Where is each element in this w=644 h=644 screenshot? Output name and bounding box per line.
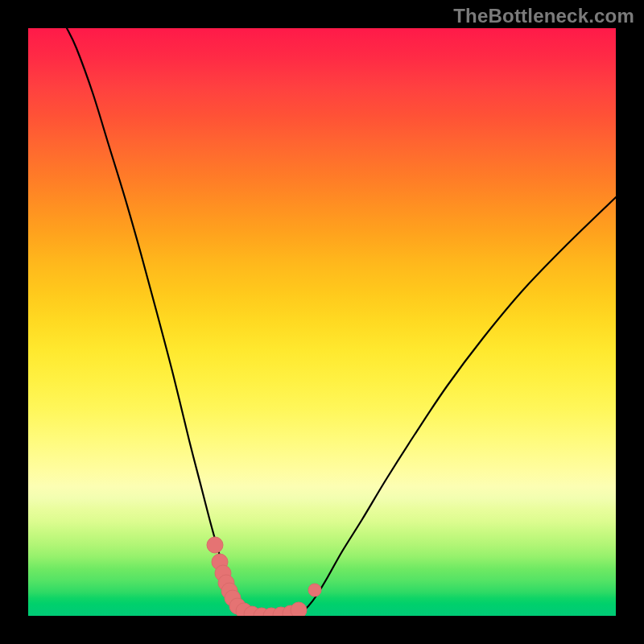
- valley-marker: [207, 537, 223, 553]
- bottleneck-curve: [67, 28, 616, 616]
- marker-group: [207, 537, 321, 616]
- curve-path: [67, 28, 616, 616]
- valley-marker: [308, 584, 321, 597]
- valley-marker: [291, 602, 307, 616]
- chart-frame: TheBottleneck.com: [0, 0, 644, 644]
- watermark-text: TheBottleneck.com: [453, 5, 634, 27]
- chart-svg: [28, 28, 616, 616]
